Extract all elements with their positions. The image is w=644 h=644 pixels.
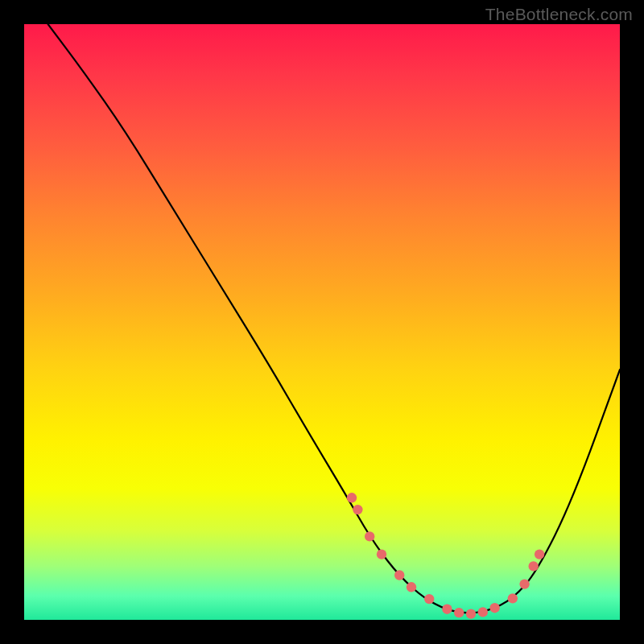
data-point xyxy=(454,608,464,617)
data-point xyxy=(424,594,434,604)
data-point-markers xyxy=(347,493,545,619)
data-point xyxy=(529,561,539,571)
data-point xyxy=(442,604,452,613)
data-point xyxy=(347,493,357,502)
data-point xyxy=(407,582,416,592)
chart-svg xyxy=(24,24,620,620)
data-point xyxy=(394,570,404,580)
data-point xyxy=(377,549,386,559)
data-point xyxy=(489,603,499,613)
data-point xyxy=(365,531,374,541)
plot-area xyxy=(24,24,620,620)
data-point xyxy=(519,579,529,588)
data-point xyxy=(535,549,544,559)
bottleneck-curve xyxy=(48,24,620,613)
data-point xyxy=(508,593,518,603)
data-point xyxy=(353,505,362,514)
data-point xyxy=(478,607,488,617)
watermark-text: TheBottleneck.com xyxy=(485,5,633,24)
data-point xyxy=(466,609,476,618)
